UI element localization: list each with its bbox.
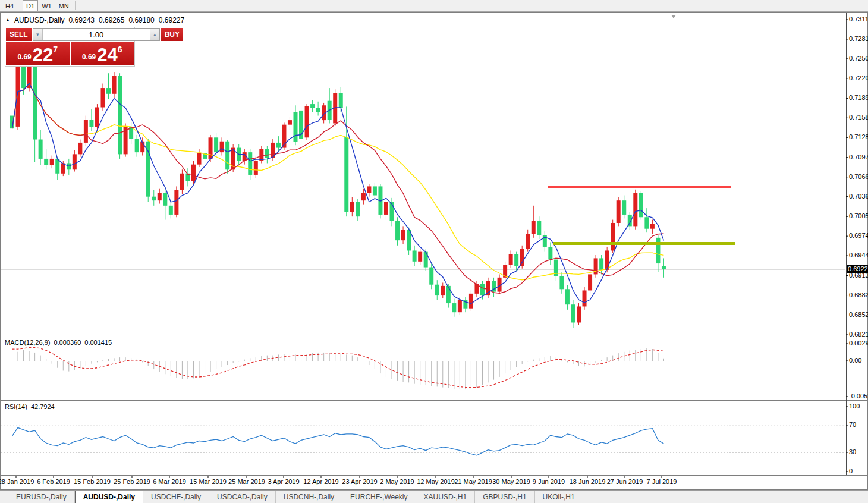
macd-signal-value: 0.001415 [84, 339, 112, 346]
sell-button[interactable]: SELL [6, 28, 32, 41]
price-axis-label: 0.71280 [849, 133, 868, 140]
volume-decrease-button[interactable]: ▾ [33, 29, 43, 40]
one-click-panel-toggle-icon[interactable]: ▲ [5, 17, 10, 23]
ma-slow-line [12, 83, 664, 280]
rsi-axis-label: 0 [849, 467, 853, 474]
chart-shift-marker-icon[interactable] [671, 15, 676, 18]
chart-tab-xauusd[interactable]: XAUUSD-,H1 [416, 491, 476, 503]
macd-name: MACD(12,26,9) [5, 339, 50, 346]
rsi-levels [1, 425, 845, 452]
chart-canvas[interactable] [0, 0, 868, 503]
timeframe-button-w1[interactable]: W1 [38, 0, 55, 11]
timeframe-button-d1[interactable]: D1 [23, 0, 38, 11]
buy-price-button[interactable]: 0.69 24 6 [71, 42, 134, 65]
buy-price-big: 24 [97, 46, 117, 64]
chart-tab-audusd[interactable]: AUDUSD-,Daily [75, 491, 143, 503]
chart-high-value: 0.69265 [99, 16, 124, 24]
price-axis-label: 0.72505 [849, 55, 868, 62]
tab-bar-edge [0, 491, 8, 503]
axis-ticks [16, 20, 848, 478]
sell-price-pip: 7 [53, 45, 58, 54]
rsi-axis-label: 30 [849, 448, 856, 455]
timeframe-button-h4[interactable]: H4 [2, 0, 17, 11]
toolbar-divider [20, 1, 20, 10]
timeframe-button-mn[interactable]: MN [55, 0, 73, 11]
rsi-axis-label: 70 [849, 421, 856, 428]
toolbar-divider [75, 1, 76, 10]
chart-tab-usdcnh[interactable]: USDCNH-,Daily [276, 491, 342, 503]
price-axis-label: 0.70360 [849, 193, 868, 200]
chart-close-value: 0.69227 [159, 16, 184, 24]
chart-low-value: 0.69180 [128, 16, 154, 24]
rsi-indicator-label: RSI(14) 42.7924 [5, 403, 55, 410]
chart-tab-eurusd[interactable]: EURUSD-,Daily [8, 491, 75, 503]
price-axis-label: 0.68520 [849, 311, 868, 318]
macd-indicator-label: MACD(12,26,9) 0.000360 0.001415 [5, 339, 112, 346]
price-axis-label: 0.70050 [849, 212, 868, 219]
chart-tab-eurchf[interactable]: EURCHF-,Weekly [342, 491, 416, 503]
chart-symbol-label: AUDUSD-,Daily [14, 16, 65, 24]
macd-axis-label: -0.00525 [849, 392, 868, 400]
chevron-up-icon: ▴ [153, 32, 156, 37]
macd-histogram [12, 348, 664, 389]
chart-tab-ukoil[interactable]: UKOil-,H1 [535, 491, 583, 503]
pane-borders [1, 13, 867, 476]
chart-tab-usdchf[interactable]: USDCHF-,Daily [143, 491, 209, 503]
chart-tab-bar: EURUSD-,DailyAUDUSD-,DailyUSDCHF-,DailyU… [0, 490, 868, 503]
buy-price-pip: 6 [118, 45, 122, 54]
macd-signal-line [12, 348, 664, 388]
macd-main-value: 0.000360 [54, 339, 81, 346]
rsi-line [12, 427, 664, 455]
price-axis-label: 0.72200 [849, 74, 868, 81]
timeframe-toolbar: H4D1W1MN [0, 0, 868, 12]
rsi-name: RSI(14) [5, 403, 27, 410]
price-axis-label: 0.68825 [849, 291, 868, 298]
price-axis-label: 0.69745 [849, 232, 868, 239]
buy-price-base: 0.69 [82, 53, 96, 61]
price-axis-label: 0.72810 [849, 35, 868, 42]
volume-increase-button[interactable]: ▴ [150, 29, 159, 40]
rsi-axis-label: 100 [849, 403, 860, 410]
chevron-down-icon: ▾ [36, 32, 39, 37]
buy-button[interactable]: BUY [161, 28, 183, 41]
price-axis-label: 0.73115 [849, 15, 868, 23]
ma-fast-line [12, 83, 664, 304]
price-axis-label: 0.70665 [849, 173, 868, 180]
chart-tab-gbpusd[interactable]: GBPUSD-,H1 [475, 491, 534, 503]
volume-stepper: ▾ ▴ [33, 28, 160, 41]
price-axis-label: 0.68210 [849, 331, 868, 338]
one-click-trading-panel: SELL ▾ ▴ BUY 0.69 22 7 0.69 24 6 [5, 27, 135, 67]
macd-axis-label: 0.002984 [849, 339, 868, 347]
rsi-value: 42.7924 [31, 403, 55, 410]
chart-title: ▲ AUDUSD-,Daily 0.69243 0.69265 0.69180 … [5, 16, 184, 24]
price-axis-label: 0.70970 [849, 153, 868, 161]
volume-input[interactable] [43, 29, 150, 40]
price-axis-label: 0.71890 [849, 94, 868, 101]
price-axis-label: 0.69440 [849, 252, 868, 259]
macd-axis-label: 0.00 [849, 357, 861, 364]
chart-tab-usdcad[interactable]: USDCAD-,Daily [209, 491, 276, 503]
current-price-badge: 0.69227 [847, 265, 868, 273]
sell-price-button[interactable]: 0.69 22 7 [6, 42, 70, 65]
trading-terminal-window: H4D1W1MN ▲ AUDUSD-,Daily 0.69243 0.69265… [0, 0, 868, 503]
sell-price-base: 0.69 [17, 53, 31, 61]
date-axis-label: 7 Jul 2019 [635, 478, 688, 485]
sell-price-big: 22 [33, 46, 53, 64]
price-axis-label: 0.71585 [849, 114, 868, 121]
chart-open-value: 0.69243 [69, 16, 95, 24]
